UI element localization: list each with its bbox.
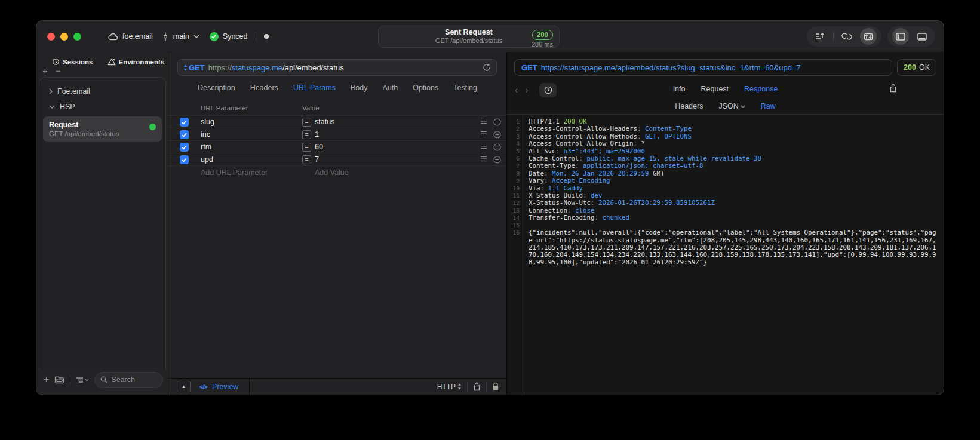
- tab-environments-label: Environments: [119, 59, 165, 66]
- drag-handle-icon[interactable]: [480, 118, 487, 124]
- chevron-right-icon[interactable]: [49, 88, 53, 94]
- drag-handle-icon[interactable]: [480, 131, 487, 137]
- param-value-field[interactable]: status: [315, 118, 334, 126]
- toolbar-separator: [833, 32, 834, 41]
- tab-url-params[interactable]: URL Params: [293, 84, 336, 92]
- sync-loop-icon[interactable]: [838, 28, 855, 45]
- tab-description[interactable]: Description: [198, 84, 235, 92]
- param-checkbox[interactable]: [180, 143, 189, 152]
- param-value-field[interactable]: 60: [315, 143, 323, 151]
- zoom-window-button[interactable]: [73, 33, 81, 41]
- response-url-field[interactable]: GET https://statuspage.me/api/embed/stat…: [514, 59, 892, 76]
- tab-testing[interactable]: Testing: [453, 84, 477, 92]
- toggle-left-sidebar-icon[interactable]: [892, 28, 909, 45]
- request-editor-panel: GET https://statuspage.me/api/embed/stat…: [168, 52, 507, 395]
- send-receive-panel-icon[interactable]: [860, 28, 877, 45]
- param-name-field[interactable]: upd: [201, 155, 213, 164]
- toggle-bottom-panel-icon[interactable]: [914, 28, 930, 45]
- request-tree-panel: Foe.email HSP Request GET /api/embed/sta…: [39, 77, 166, 370]
- tab-sessions[interactable]: Sessions: [52, 58, 93, 66]
- tab-sessions-label: Sessions: [63, 59, 93, 66]
- minimize-window-button[interactable]: [60, 33, 68, 41]
- sidebar-search[interactable]: [94, 372, 163, 388]
- sync-status[interactable]: Synced: [223, 32, 248, 41]
- tree-group-hsp[interactable]: HSP: [39, 99, 165, 115]
- sent-request-pill[interactable]: Sent Request GET /api/embed/status 200 2…: [378, 26, 560, 48]
- export-response-icon[interactable]: [889, 84, 897, 93]
- search-input[interactable]: [111, 376, 157, 384]
- sent-request-title: Sent Request: [435, 28, 502, 38]
- response-method: GET: [521, 63, 537, 72]
- close-window-button[interactable]: [47, 33, 55, 41]
- request-item-title: Request: [49, 121, 156, 129]
- param-name-field[interactable]: inc: [201, 130, 210, 139]
- code-preview-icon: </>: [199, 383, 207, 390]
- method-dropdown[interactable]: GET: [183, 63, 205, 72]
- tab-response[interactable]: Response: [744, 85, 778, 93]
- line-number: 10: [507, 185, 524, 192]
- param-checkbox[interactable]: [180, 130, 189, 139]
- param-value-field[interactable]: 1: [315, 130, 319, 139]
- remove-param-icon[interactable]: [493, 118, 501, 126]
- preview-button[interactable]: Preview: [212, 383, 238, 391]
- add-param-name-placeholder[interactable]: Add URL Parameter: [201, 168, 268, 177]
- equals-icon: =: [302, 130, 311, 139]
- collapse-panel-icon[interactable]: ▲: [177, 381, 191, 392]
- add-request-button[interactable]: +: [44, 374, 49, 385]
- sort-export-icon[interactable]: [812, 28, 828, 45]
- param-row: rtm = 60: [168, 140, 506, 153]
- new-folder-icon[interactable]: [54, 376, 64, 384]
- line-number: 16: [507, 229, 524, 266]
- tab-request[interactable]: Request: [701, 85, 729, 93]
- branch-icon: [162, 32, 169, 41]
- param-name-field[interactable]: slug: [201, 118, 214, 126]
- remove-param-icon[interactable]: [493, 143, 501, 151]
- branch-chevron-down-icon[interactable]: [193, 35, 199, 38]
- add-session-button[interactable]: +: [42, 67, 48, 76]
- tab-body[interactable]: Body: [351, 84, 368, 92]
- add-param-value-placeholder[interactable]: Add Value: [315, 168, 349, 177]
- remove-session-button[interactable]: −: [56, 67, 61, 76]
- tab-options[interactable]: Options: [413, 84, 438, 92]
- tab-info[interactable]: Info: [673, 85, 686, 93]
- add-param-row[interactable]: Add URL Parameter Add Value: [168, 165, 506, 179]
- protocol-select[interactable]: HTTP: [437, 383, 462, 391]
- synced-check-icon: [210, 32, 219, 41]
- branch-name[interactable]: main: [173, 32, 189, 41]
- param-name-field[interactable]: rtm: [201, 143, 211, 151]
- remove-param-icon[interactable]: [493, 131, 501, 139]
- subtab-headers[interactable]: Headers: [675, 102, 703, 110]
- tab-environments[interactable]: Environments: [107, 58, 165, 66]
- response-panel: GET https://statuspage.me/api/embed/stat…: [507, 52, 944, 395]
- request-url[interactable]: https://statuspage.me/api/embed/status: [208, 63, 344, 72]
- lock-icon[interactable]: [492, 382, 499, 391]
- project-name[interactable]: foe.email: [122, 32, 153, 41]
- param-row: slug = status: [168, 115, 506, 128]
- line-number: 13: [507, 207, 524, 214]
- drag-handle-icon[interactable]: [480, 156, 487, 162]
- param-checkbox[interactable]: [180, 118, 189, 127]
- request-item-selected[interactable]: Request GET /api/embed/status: [43, 116, 162, 142]
- chevron-down-icon[interactable]: [49, 105, 55, 109]
- subtab-json[interactable]: JSON: [718, 102, 745, 110]
- param-checkbox[interactable]: [180, 155, 189, 164]
- drag-handle-icon[interactable]: [480, 143, 487, 149]
- protocol-label: HTTP: [437, 383, 456, 391]
- request-duration: 280 ms: [532, 41, 553, 48]
- status-code-badge: 200: [532, 30, 553, 40]
- sidebar: Sessions Environments + − Foe.email: [36, 52, 168, 395]
- subtab-raw[interactable]: Raw: [761, 102, 776, 110]
- tab-auth[interactable]: Auth: [382, 84, 398, 92]
- tree-group-foe-email[interactable]: Foe.email: [39, 84, 165, 99]
- request-url-bar[interactable]: GET https://statuspage.me/api/embed/stat…: [177, 59, 497, 76]
- request-editor-footer: ▲ </> Preview HTTP: [168, 378, 506, 395]
- share-icon[interactable]: [473, 382, 481, 391]
- param-value-field[interactable]: 7: [315, 155, 319, 164]
- remove-param-icon[interactable]: [493, 156, 501, 164]
- reload-icon[interactable]: [483, 63, 491, 72]
- sort-list-icon[interactable]: [76, 377, 89, 383]
- param-row: upd = 7: [168, 153, 506, 165]
- line-number: 2: [507, 125, 524, 133]
- tree-group-label: Foe.email: [57, 87, 90, 96]
- tab-headers[interactable]: Headers: [250, 84, 278, 92]
